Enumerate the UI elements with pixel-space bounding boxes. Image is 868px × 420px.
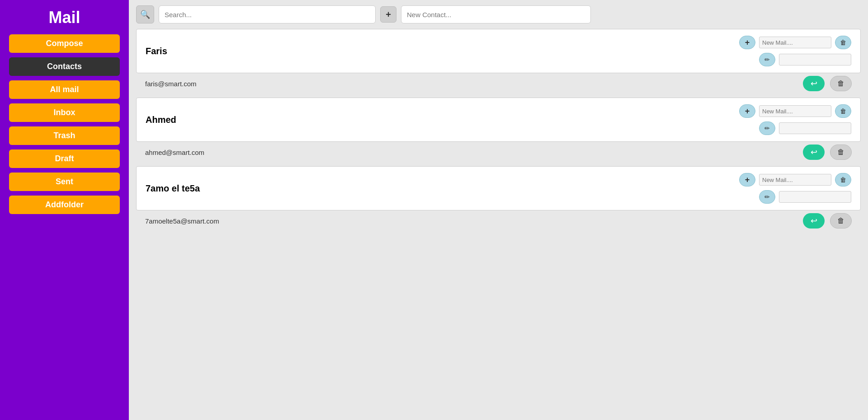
edit-icon: ✏ — [764, 125, 770, 132]
contacts-area: Faris + 🗑 ✏ — [129, 29, 868, 242]
addfolder-button[interactable]: Addfolder — [9, 196, 120, 214]
trash-icon: 🗑 — [837, 217, 844, 225]
reply-icon: ↩ — [811, 216, 817, 226]
reply-icon: ↩ — [811, 147, 817, 157]
faris-delete-contact-button[interactable]: 🗑 — [830, 76, 852, 91]
contact-actions-7amo: + 🗑 ✏ — [739, 173, 851, 204]
7amo-extra-input[interactable] — [779, 191, 851, 203]
contact-actions-ahmed: + 🗑 ✏ — [739, 104, 851, 135]
7amo-delete-mail-button[interactable]: 🗑 — [835, 173, 851, 187]
main-content: 🔍 + Faris + 🗑 — [129, 0, 868, 420]
contact-name-ahmed: Ahmed — [146, 115, 734, 125]
topbar: 🔍 + — [129, 0, 868, 29]
faris-extra-input[interactable] — [779, 54, 851, 65]
7amo-email-row: 7amoelte5a@smart.com ↩ 🗑 — [136, 210, 861, 233]
ahmed-extra-input[interactable] — [779, 122, 851, 134]
faris-edit-row: ✏ — [759, 53, 851, 66]
ahmed-edit-row: ✏ — [759, 121, 851, 135]
faris-edit-button[interactable]: ✏ — [759, 53, 775, 66]
ahmed-add-mail-button[interactable]: + — [739, 104, 755, 118]
7amo-reply-button[interactable]: ↩ — [803, 213, 825, 229]
trash-icon: 🗑 — [840, 176, 846, 183]
ahmed-edit-button[interactable]: ✏ — [759, 121, 775, 135]
ahmed-mail-input[interactable] — [759, 105, 831, 117]
ahmed-delete-mail-button[interactable]: 🗑 — [835, 104, 851, 118]
allmail-button[interactable]: All mail — [9, 80, 120, 99]
7amo-mail-row: + 🗑 — [739, 173, 851, 187]
contact-card-ahmed: Ahmed + 🗑 ✏ — [136, 98, 861, 142]
faris-mail-input[interactable] — [759, 37, 831, 48]
plus-icon: + — [386, 9, 391, 20]
ahmed-mail-row: + 🗑 — [739, 104, 851, 118]
faris-email-row: faris@smart.com ↩ 🗑 — [136, 73, 861, 96]
new-contact-input[interactable] — [401, 5, 591, 23]
7amo-mail-input[interactable] — [759, 174, 831, 186]
search-input[interactable] — [159, 5, 376, 23]
trash-icon: 🗑 — [837, 79, 844, 88]
edit-icon: ✏ — [764, 56, 770, 63]
draft-button[interactable]: Draft — [9, 149, 120, 168]
7amo-edit-button[interactable]: ✏ — [759, 190, 775, 204]
search-icon: 🔍 — [140, 9, 150, 19]
contact-name-faris: Faris — [146, 46, 734, 56]
contact-block-7amo: 7amo el te5a + 🗑 ✏ — [136, 166, 861, 233]
contact-name-7amo: 7amo el te5a — [146, 183, 734, 194]
ahmed-email: ahmed@smart.com — [145, 149, 797, 156]
edit-icon: ✏ — [764, 193, 770, 201]
trash-icon: 🗑 — [837, 148, 844, 156]
ahmed-reply-button[interactable]: ↩ — [803, 145, 825, 160]
7amo-delete-contact-button[interactable]: 🗑 — [830, 213, 852, 229]
inbox-button[interactable]: Inbox — [9, 103, 120, 122]
faris-reply-button[interactable]: ↩ — [803, 76, 825, 91]
sent-button[interactable]: Sent — [9, 173, 120, 191]
ahmed-delete-contact-button[interactable]: 🗑 — [830, 145, 852, 160]
7amo-edit-row: ✏ — [759, 190, 851, 204]
contact-block-faris: Faris + 🗑 ✏ — [136, 29, 861, 96]
ahmed-email-row: ahmed@smart.com ↩ 🗑 — [136, 142, 861, 164]
compose-button[interactable]: Compose — [9, 34, 120, 53]
trash-icon: 🗑 — [840, 39, 846, 46]
trash-button[interactable]: Trash — [9, 126, 120, 145]
contact-actions-faris: + 🗑 ✏ — [739, 36, 851, 66]
sidebar: Mail Compose Contacts All mail Inbox Tra… — [0, 0, 129, 420]
contacts-button[interactable]: Contacts — [9, 57, 120, 76]
7amo-add-mail-button[interactable]: + — [739, 173, 755, 187]
app-title: Mail — [48, 8, 80, 27]
contact-block-ahmed: Ahmed + 🗑 ✏ — [136, 98, 861, 164]
faris-email: faris@smart.com — [145, 80, 797, 88]
contact-card-7amo: 7amo el te5a + 🗑 ✏ — [136, 166, 861, 210]
add-contact-button[interactable]: + — [380, 6, 396, 23]
faris-mail-row: + 🗑 — [739, 36, 851, 49]
search-button[interactable]: 🔍 — [136, 5, 154, 23]
trash-icon: 🗑 — [840, 107, 846, 115]
7amo-email: 7amoelte5a@smart.com — [145, 217, 797, 225]
contact-card-faris: Faris + 🗑 ✏ — [136, 29, 861, 73]
faris-delete-mail-button[interactable]: 🗑 — [835, 36, 851, 49]
faris-add-mail-button[interactable]: + — [739, 36, 755, 49]
reply-icon: ↩ — [811, 79, 817, 89]
